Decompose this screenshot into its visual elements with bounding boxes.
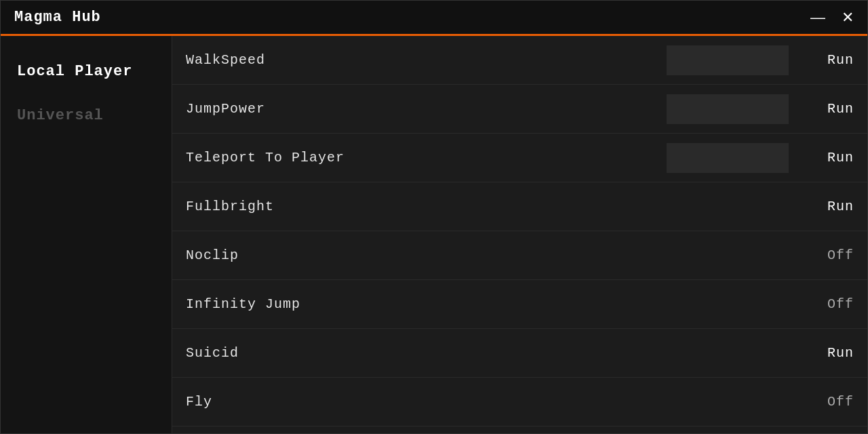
feature-row-jumppower: JumpPowerRun	[172, 85, 867, 134]
feature-btn-jumppower[interactable]: Run	[800, 101, 854, 117]
feature-row-teleport-to-player: Teleport To PlayerRun	[172, 134, 867, 182]
feature-name-jumppower: JumpPower	[186, 101, 667, 117]
feature-row-noclip: NoclipOff	[172, 231, 867, 280]
sidebar: Local Player Universal	[1, 36, 172, 433]
titlebar: Magma Hub — ✕	[1, 1, 867, 36]
feature-name-noclip: Noclip	[186, 248, 800, 263]
titlebar-controls: — ✕	[810, 10, 854, 25]
main-window: Magma Hub — ✕ Local Player Universal Wal…	[0, 0, 868, 434]
feature-row-infinity-jump: Infinity JumpOff	[172, 280, 867, 329]
close-button[interactable]: ✕	[842, 10, 854, 25]
feature-input-teleport-to-player[interactable]	[667, 143, 789, 173]
feature-input-walkspeed[interactable]	[667, 45, 789, 75]
feature-name-walkspeed: WalkSpeed	[186, 52, 667, 68]
feature-row-fly: FlyOff	[172, 378, 867, 427]
sidebar-item-local-player[interactable]: Local Player	[1, 50, 172, 94]
feature-btn-fullbright[interactable]: Run	[800, 199, 854, 214]
feature-btn-walkspeed[interactable]: Run	[800, 52, 854, 68]
feature-name-infinity-jump: Infinity Jump	[186, 296, 800, 312]
feature-btn-teleport-to-player[interactable]: Run	[800, 150, 854, 165]
feature-row-fullbright: FullbrightRun	[172, 182, 867, 231]
main-panel: WalkSpeedRunJumpPowerRunTeleport To Play…	[172, 36, 867, 433]
feature-row-suicid: SuicidRun	[172, 329, 867, 378]
window-title: Magma Hub	[14, 9, 101, 26]
feature-btn-fly[interactable]: Off	[800, 394, 854, 410]
feature-btn-noclip[interactable]: Off	[800, 248, 854, 263]
sidebar-item-universal[interactable]: Universal	[1, 94, 172, 138]
content-area: Local Player Universal WalkSpeedRunJumpP…	[1, 36, 867, 433]
feature-row-walkspeed: WalkSpeedRun	[172, 36, 867, 85]
minimize-button[interactable]: —	[810, 10, 825, 25]
feature-btn-suicid[interactable]: Run	[800, 345, 854, 361]
feature-name-teleport-to-player: Teleport To Player	[186, 150, 667, 165]
feature-name-fly: Fly	[186, 394, 800, 410]
feature-name-fullbright: Fullbright	[186, 199, 800, 214]
feature-name-suicid: Suicid	[186, 345, 800, 361]
sidebar-item-local-player-label: Local Player	[17, 63, 132, 80]
sidebar-item-universal-label: Universal	[17, 107, 104, 124]
feature-input-jumppower[interactable]	[667, 94, 789, 124]
feature-btn-infinity-jump[interactable]: Off	[800, 296, 854, 312]
